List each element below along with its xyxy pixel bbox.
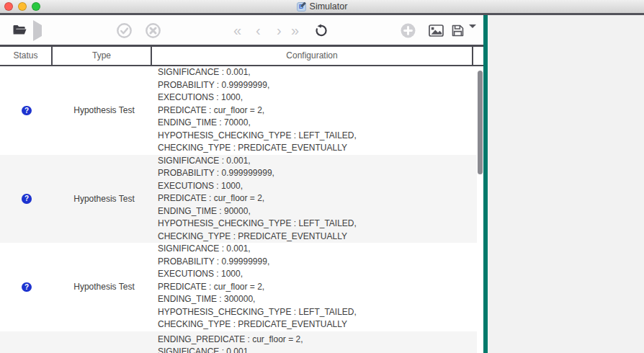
table-row[interactable]: ? Hypothesis Test SIGNIFICANCE : 0.001,P… <box>0 66 477 155</box>
add-button[interactable] <box>401 23 416 40</box>
window-title-area: B Simulator <box>0 0 644 13</box>
table-row[interactable]: ? Hypothesis Test SIGNIFICANCE : 0.001,P… <box>0 243 477 331</box>
run-button[interactable] <box>33 25 42 36</box>
chevron-left-icon: ‹ <box>256 22 261 38</box>
image-icon <box>429 24 444 37</box>
go-previous-button[interactable]: ‹ <box>256 23 261 37</box>
chevron-right-icon: › <box>277 22 282 38</box>
table-rows: ? Hypothesis Test SIGNIFICANCE : 0.001,P… <box>0 66 477 353</box>
type-cell: Hypothesis Test <box>53 282 155 292</box>
column-header-type[interactable]: Type <box>53 47 152 65</box>
type-cell: Hypothesis Test <box>53 194 155 204</box>
play-icon <box>33 20 42 41</box>
status-question-icon: ? <box>22 194 32 204</box>
go-next-button[interactable]: › <box>277 23 282 37</box>
open-file-button[interactable] <box>13 24 27 38</box>
status-cell: ? <box>0 282 53 292</box>
window-title: Simulator <box>310 1 348 12</box>
scrollbar-thumb[interactable] <box>478 71 483 174</box>
vertical-scrollbar[interactable] <box>477 66 483 353</box>
results-table: ? Hypothesis Test SIGNIFICANCE : 0.001,P… <box>0 66 483 353</box>
plus-circle-icon <box>401 23 416 38</box>
status-question-icon: ? <box>22 282 32 292</box>
undo-rotate-left-icon <box>315 24 328 37</box>
column-header-configuration[interactable]: Configuration <box>152 47 473 65</box>
double-chevron-left-icon: « <box>233 22 241 38</box>
floppy-disk-icon <box>452 24 464 37</box>
folder-open-icon <box>13 24 27 36</box>
configuration-cell: SIGNIFICANCE : 0.001,PROBABILITY : 0.999… <box>155 243 477 331</box>
cancel-button[interactable] <box>146 23 161 40</box>
confirm-button[interactable] <box>117 23 132 40</box>
status-cell: ? <box>0 106 53 116</box>
table-row[interactable]: ? Hypothesis Test SIGNIFICANCE : 0.001,P… <box>0 155 477 243</box>
save-options-button[interactable] <box>469 28 476 39</box>
check-circle-icon <box>117 23 132 38</box>
export-image-button[interactable] <box>429 24 444 39</box>
status-question-icon: ? <box>22 106 32 116</box>
column-header-status[interactable]: Status <box>0 47 53 65</box>
status-cell: ? <box>0 194 53 204</box>
caret-down-icon <box>469 24 476 39</box>
type-cell: Hypothesis Test <box>53 105 155 115</box>
simulator-window: B Simulator <box>0 0 644 353</box>
toolbar: « ‹ › » <box>0 15 483 45</box>
double-chevron-right-icon: » <box>291 22 299 38</box>
left-pane: « ‹ › » <box>0 15 483 353</box>
save-button[interactable] <box>452 24 464 39</box>
configuration-cell: ENDING_PREDICATE : cur_floor = 2,SIGNIFI… <box>155 331 477 353</box>
reset-button[interactable] <box>315 24 328 39</box>
configuration-cell: SIGNIFICANCE : 0.001,PROBABILITY : 0.999… <box>155 66 477 155</box>
go-last-button[interactable]: » <box>291 23 299 37</box>
titlebar: B Simulator <box>0 0 644 13</box>
configuration-cell: SIGNIFICANCE : 0.001,PROBABILITY : 0.999… <box>155 155 477 243</box>
right-pane <box>488 15 644 353</box>
table-row[interactable]: ENDING_PREDICATE : cur_floor = 2,SIGNIFI… <box>0 331 477 353</box>
go-first-button[interactable]: « <box>233 23 241 37</box>
column-header-scroll-spacer <box>473 47 483 65</box>
x-circle-icon <box>146 23 161 38</box>
table-header: Status Type Configuration <box>0 47 483 65</box>
app-document-icon: B <box>297 2 306 12</box>
